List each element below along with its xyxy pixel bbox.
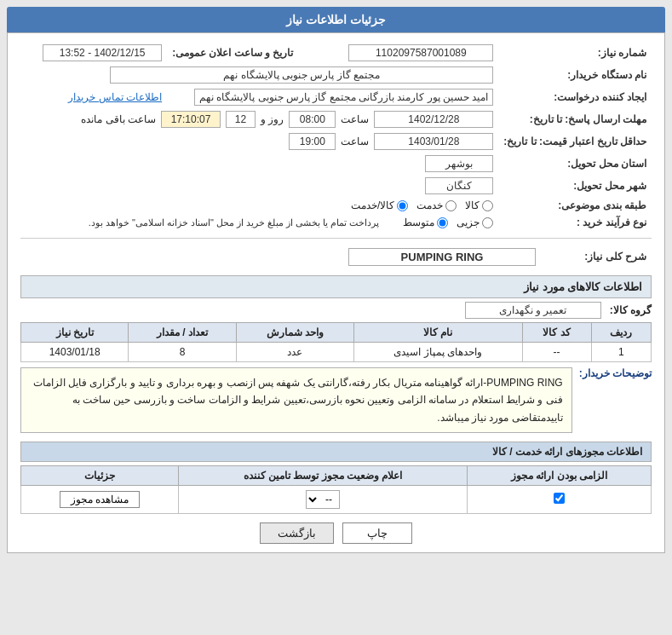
hadaghal-values: 1403/01/28 ساعت 19:00 <box>20 130 498 153</box>
radio-kala: کالا <box>465 199 493 211</box>
ostan-value: بوشهر <box>20 153 498 175</box>
cell-code_kala: -- <box>522 343 591 362</box>
cell-vahed_shomarash: عدد <box>236 343 353 362</box>
shahr-input: کنگان <box>425 177 493 194</box>
gorohe-kala-row: گروه کالا: تعمیر و نگهداری <box>20 302 652 319</box>
rooz-ersal-input: 12 <box>226 111 256 128</box>
tarikh-hadaghal-input: 1403/01/28 <box>374 133 493 150</box>
mojouz-table: الزامی بودن ارائه مجوز اعلام وضعیت مجوز … <box>20 465 652 514</box>
radio-jazoii-label: جزیی <box>457 216 480 228</box>
ettela-kalaha-header: اطلاعات کالاهای مورد نیاز <box>20 275 652 298</box>
shomara-niaz-input: 1102097587001089 <box>348 44 493 61</box>
ettelaat-link[interactable]: اطلاعات تماس خریدار <box>68 91 162 103</box>
rooz-label: روز و <box>261 113 284 125</box>
cell-name_kala: واحدهای پمپاژ اسیدی <box>353 343 522 362</box>
tabaghe-radios: کالا خدمت کالا/خدمت <box>20 197 498 214</box>
footer-buttons: چاپ بازگشت <box>20 522 652 544</box>
description-label: توضیحات خریدار: <box>579 367 652 379</box>
print-button[interactable]: چاپ <box>342 522 412 544</box>
name-dastgah-input: مجتمع گاز پارس جنوبی پالایشگاه نهم <box>110 66 493 84</box>
description-text: PUMPING RING-ارائه گواهینامه متریال بکار… <box>33 377 563 424</box>
joziyat-cell: مشاهده مجوز <box>21 486 179 514</box>
sharh-koli-label: شرح کلی نیاز: <box>541 245 652 268</box>
ostan-label: استان محل تحویل: <box>498 153 652 175</box>
page-title: جزئیات اطلاعات نیاز <box>286 13 386 26</box>
sharh-koli-value: PUMPING RING <box>20 245 541 268</box>
table-row: 1--واحدهای پمپاژ اسیدیعدد81403/01/18 <box>21 343 652 362</box>
col-elzami: الزامی بودن ارائه مجوز <box>467 466 651 486</box>
sharh-koli-input: PUMPING RING <box>348 248 536 266</box>
col-tarikh-niaz: تاریخ نیاز <box>21 323 129 343</box>
radio-kala-khedmat: کالا/خدمت <box>351 199 408 211</box>
tarikh-input: 1402/12/15 - 13:52 <box>43 44 162 61</box>
radio-kala-label: کالا <box>465 199 480 211</box>
mojouz-view-button[interactable]: مشاهده مجوز <box>60 491 140 508</box>
saat-label2: ساعت <box>341 136 369 147</box>
tarikh-label: تاریخ و ساعت اعلان عمومی: <box>167 42 310 64</box>
radio-khedmat-label: خدمت <box>416 199 443 211</box>
radio-motovasset: متوسط <box>403 216 448 228</box>
name-dastgah-label: نام دستگاه خریدار: <box>498 64 652 86</box>
radio-motovasset-input[interactable] <box>437 217 448 228</box>
ostan-input: بوشهر <box>425 155 493 172</box>
col-code-kala: کد کالا <box>522 323 591 343</box>
cell-tedad_megdar: 8 <box>129 343 236 362</box>
cell-radif: 1 <box>591 343 651 362</box>
elam-vaziat-select[interactable]: -- <box>306 490 340 509</box>
radio-motovasset-label: متوسط <box>403 216 434 228</box>
radio-jazoii-input[interactable] <box>482 217 493 228</box>
tarikh-ersal-input: 1402/12/28 <box>374 111 493 128</box>
saat-baqi-input: 17:10:07 <box>161 111 221 128</box>
separator-1 <box>20 238 652 239</box>
radio-jazoii: جزیی <box>457 216 493 228</box>
main-content: شماره نیاز: 1102097587001089 تاریخ و ساع… <box>7 32 665 553</box>
gorohe-kala-label: گروه کالا: <box>610 304 652 316</box>
page-header: جزئیات اطلاعات نیاز <box>7 7 665 32</box>
shahr-value: کنگان <box>20 175 498 197</box>
elzami-checkbox-cell <box>467 486 651 514</box>
cell-tarikh_niaz: 1403/01/18 <box>21 343 129 362</box>
info-table-top: شماره نیاز: 1102097587001089 تاریخ و ساع… <box>20 42 652 231</box>
page-container: جزئیات اطلاعات نیاز شماره نیاز: 11020975… <box>0 0 672 560</box>
col-name-kala: نام کالا <box>353 323 522 343</box>
saat-ersal-input: 08:00 <box>289 111 336 128</box>
radio-khedmat: خدمت <box>416 199 457 211</box>
col-tedad: تعداد / مقدار <box>129 323 236 343</box>
saat-baqi-label: ساعت باقی مانده <box>81 113 156 125</box>
description-box: PUMPING RING-ارائه گواهینامه متریال بکار… <box>20 367 572 433</box>
shahr-label: شهر محل تحویل: <box>498 175 652 197</box>
saat-label: ساعت <box>341 113 369 125</box>
ijad-label: ایجاد کننده درخواست: <box>498 86 652 108</box>
radio-kala-input[interactable] <box>482 200 493 211</box>
sharh-koli-table: شرح کلی نیاز: PUMPING RING <box>20 245 652 268</box>
ijad-value: امید حسین پور کارمند بازرگانی مجتمع گاز … <box>167 86 498 108</box>
saat-hadaghal-input: 19:00 <box>289 133 336 150</box>
col-vahed: واحد شمارش <box>236 323 353 343</box>
elam-vaziat-cell: -- <box>179 486 468 514</box>
name-dastgah-value: مجتمع گاز پارس جنوبی پالایشگاه نهم <box>20 64 498 86</box>
ettelaat-cell: اطلاعات تماس خریدار <box>20 86 167 108</box>
pardakht-text: پرداخت تمام یا بخشی از مبلغ خرید از محل … <box>89 217 380 228</box>
radio-kala-khedmat-label: کالا/خدمت <box>351 199 394 211</box>
shomara-niaz-value: 1102097587001089 <box>311 42 499 64</box>
elzami-checkbox[interactable] <box>554 493 565 504</box>
col-elam-vaziat: اعلام وضعیت مجوز توسط تامین کننده <box>179 466 468 486</box>
back-button[interactable]: بازگشت <box>260 522 334 544</box>
description-row: توضیحات خریدار: PUMPING RING-ارائه گواهی… <box>20 367 652 436</box>
col-radif: ردیف <box>591 323 651 343</box>
radio-khedmat-input[interactable] <box>445 200 457 211</box>
mohlet-ersal-label: مهلت ارسال پاسخ: تا تاریخ: <box>498 108 652 130</box>
nooe-farayand-area: جزیی متوسط پرداخت تمام یا بخشی از مبلغ خ… <box>20 214 498 231</box>
col-joziyat: جزئیات <box>21 466 179 486</box>
hadaghal-label: حداقل تاریخ اعتبار قیمت: تا تاریخ: <box>498 130 652 153</box>
gorohe-kala-value: تعمیر و نگهداری <box>465 302 601 319</box>
ijad-input: امید حسین پور کارمند بازرگانی مجتمع گاز … <box>194 89 493 106</box>
ettela-mojouz-header: اطلاعات مجوزهای ارائه خدمت / کالا <box>20 442 652 462</box>
tabaghe-label: طبقه بندی موضوعی: <box>498 197 652 214</box>
mojouz-row: -- مشاهده مجوز <box>21 486 652 514</box>
nooe-farayand-label: نوع فرآیند خرید : <box>498 214 652 231</box>
shomara-niaz-label: شماره نیاز: <box>498 42 652 64</box>
kala-table: ردیف کد کالا نام کالا واحد شمارش تعداد /… <box>20 322 652 362</box>
radio-kala-khedmat-input[interactable] <box>397 200 408 211</box>
tarikh-value: 1402/12/15 - 13:52 <box>20 42 167 64</box>
